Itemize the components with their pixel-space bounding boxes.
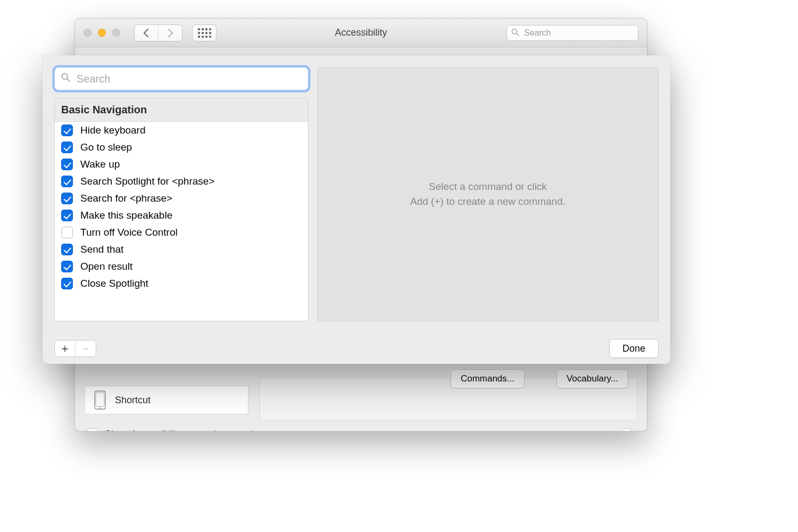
menubar-checkbox-row[interactable]: Show Accessibility status in menu bar xyxy=(87,428,264,431)
minimize-dot-icon[interactable] xyxy=(98,29,106,37)
prefs-search-field[interactable] xyxy=(506,25,638,41)
command-checkbox[interactable] xyxy=(61,244,73,255)
help-button[interactable]: ? xyxy=(618,428,635,431)
command-label: Make this speakable xyxy=(80,210,172,221)
command-checkbox[interactable] xyxy=(61,261,73,272)
sheet-body: Basic Navigation Hide keyboardGo to slee… xyxy=(43,55,670,333)
command-label: Close Spotlight xyxy=(80,278,148,289)
toolbar-left xyxy=(134,24,217,41)
zoom-dot-icon[interactable] xyxy=(112,29,120,37)
done-button[interactable]: Done xyxy=(609,339,659,358)
command-label: Search for <phrase> xyxy=(80,193,172,204)
svg-point-4 xyxy=(99,408,101,409)
sheet-footer: ＋ － Done xyxy=(43,333,670,364)
menubar-checkbox[interactable] xyxy=(87,428,98,431)
prefs-search-input[interactable] xyxy=(523,28,634,38)
command-checkbox[interactable] xyxy=(61,159,73,170)
command-checkbox[interactable] xyxy=(61,176,73,187)
command-checkbox[interactable] xyxy=(61,193,73,204)
toolbar-right xyxy=(506,25,638,41)
chevron-right-icon xyxy=(167,29,173,37)
list-item[interactable]: Go to sleep xyxy=(55,139,308,156)
all-prefs-button[interactable] xyxy=(192,24,217,41)
command-checkbox[interactable] xyxy=(61,124,73,136)
commands-search-field[interactable] xyxy=(54,67,309,90)
sidebar-item-label: Shortcut xyxy=(115,395,151,406)
add-remove-segment: ＋ － xyxy=(54,340,96,357)
commands-sheet: Basic Navigation Hide keyboardGo to slee… xyxy=(43,55,670,364)
forward-button[interactable] xyxy=(158,25,182,41)
nav-segment xyxy=(134,24,182,41)
detail-line-2: Add (+) to create a new command. xyxy=(410,194,566,210)
close-dot-icon[interactable] xyxy=(84,29,92,37)
search-icon xyxy=(61,73,70,85)
command-label: Go to sleep xyxy=(80,142,132,153)
sidebar-item-shortcut[interactable]: Shortcut xyxy=(85,386,248,414)
device-icon xyxy=(85,390,115,410)
options-panel: Commands... Vocabulary... xyxy=(260,377,637,421)
list-item[interactable]: Make this speakable xyxy=(55,207,308,224)
command-checkbox[interactable] xyxy=(61,142,73,153)
command-label: Wake up xyxy=(80,159,120,170)
add-button[interactable]: ＋ xyxy=(55,340,75,356)
vocabulary-button[interactable]: Vocabulary... xyxy=(556,369,628,388)
grid-icon xyxy=(198,28,211,38)
commands-list: Basic Navigation Hide keyboardGo to slee… xyxy=(54,98,309,321)
commands-button[interactable]: Commands... xyxy=(451,369,525,388)
command-checkbox[interactable] xyxy=(61,278,73,289)
svg-point-0 xyxy=(512,29,517,34)
list-header: Basic Navigation xyxy=(55,98,308,122)
commands-left-column: Basic Navigation Hide keyboardGo to slee… xyxy=(54,67,309,321)
command-label: Hide keyboard xyxy=(80,124,146,136)
titlebar: Accessibility xyxy=(75,19,647,47)
remove-button[interactable]: － xyxy=(75,340,96,356)
search-icon xyxy=(511,28,519,38)
list-item[interactable]: Search for <phrase> xyxy=(55,190,308,207)
list-body[interactable]: Hide keyboardGo to sleepWake upSearch Sp… xyxy=(55,122,308,321)
command-checkbox[interactable] xyxy=(61,227,73,238)
list-item[interactable]: Send that xyxy=(55,241,308,258)
command-checkbox[interactable] xyxy=(61,210,73,221)
chevron-left-icon xyxy=(143,29,149,37)
list-item[interactable]: Open result xyxy=(55,258,308,275)
menubar-checkbox-label: Show Accessibility status in menu bar xyxy=(105,429,264,432)
list-item[interactable]: Turn off Voice Control xyxy=(55,224,308,241)
detail-line-1: Select a command or click xyxy=(410,179,566,195)
command-label: Send that xyxy=(80,244,123,255)
detail-placeholder: Select a command or click Add (+) to cre… xyxy=(410,179,566,210)
command-detail-panel: Select a command or click Add (+) to cre… xyxy=(317,67,659,321)
command-label: Open result xyxy=(80,261,132,272)
commands-search-input[interactable] xyxy=(76,72,302,86)
svg-line-1 xyxy=(517,33,519,35)
list-item[interactable]: Search Spotlight for <phrase> xyxy=(55,173,308,190)
command-label: Turn off Voice Control xyxy=(80,227,178,238)
svg-line-6 xyxy=(67,79,70,81)
list-item[interactable]: Wake up xyxy=(55,156,308,173)
list-item[interactable]: Hide keyboard xyxy=(55,122,308,139)
list-item[interactable]: Close Spotlight xyxy=(55,275,308,292)
window-controls xyxy=(84,29,120,37)
back-button[interactable] xyxy=(135,25,158,41)
svg-rect-3 xyxy=(96,393,104,406)
command-label: Search Spotlight for <phrase> xyxy=(80,176,214,187)
